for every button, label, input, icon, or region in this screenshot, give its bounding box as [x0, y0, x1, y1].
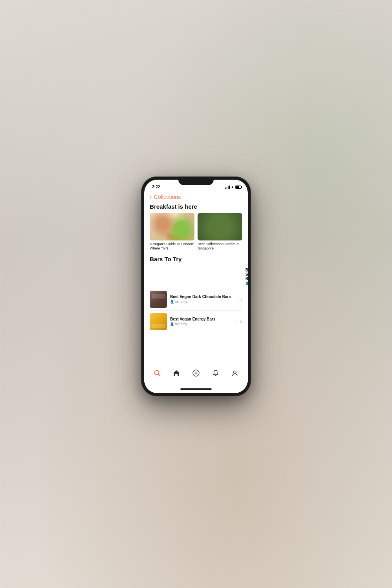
- list-title-energy-bars: Best Vegan Energy Bars: [170, 317, 233, 321]
- breakfast-section-title: Breakfast is here: [150, 203, 242, 210]
- header-title: Collections: [154, 194, 181, 200]
- list-info-energy-bars: Best Vegan Energy Bars 👤 miriamy: [170, 317, 233, 326]
- nav-home[interactable]: [169, 367, 183, 381]
- card-item-vegan-london[interactable]: A Vegan's Guide To London: Where To G...: [150, 213, 194, 251]
- home-bar: [180, 388, 212, 390]
- nav-search[interactable]: [150, 367, 164, 381]
- signal-icon: [225, 186, 230, 189]
- search-icon: [154, 370, 161, 379]
- status-icons: ▲: [225, 185, 241, 189]
- add-icon: [192, 370, 200, 379]
- app-content: Breakfast is here A Vegan's Guide To Lon…: [144, 202, 248, 365]
- back-button[interactable]: ‹: [150, 194, 152, 200]
- card-image-vegan-london: [150, 213, 194, 240]
- wifi-icon: ▲: [231, 185, 234, 189]
- person-icon-3: 👤: [170, 322, 174, 326]
- bars-section: Bars To Try Best Snack Bars 👤 dhwani: [144, 254, 248, 336]
- list-item-snack-bars[interactable]: Best Snack Bars 👤 dhwani ♡ 1: [150, 266, 242, 288]
- list-author-energy-bars: 👤 miriamy: [170, 322, 233, 326]
- heart-energy-bars: ♡ 0: [236, 319, 242, 324]
- heart-dark-choc: ♡ 1: [236, 297, 242, 301]
- card-label-coffeeshop: Best Coffeeshop Orders In Singapore: [198, 242, 242, 251]
- list-item-energy-bars[interactable]: Best Vegan Energy Bars 👤 miriamy ♡ 0: [150, 311, 242, 333]
- heart-icon-2: ♡: [236, 297, 240, 301]
- breakfast-card-grid: A Vegan's Guide To London: Where To G...…: [150, 213, 242, 251]
- list-author-dark-choc: 👤 miriamy: [170, 300, 233, 304]
- heart-icon-3: ♡: [236, 319, 240, 324]
- bell-icon: [212, 370, 219, 379]
- phone-notch: [178, 177, 214, 185]
- phone-screen: 2:22 ▲ ‹ Collections: [144, 180, 248, 393]
- list-title-dark-choc: Best Vegan Dark Chocolate Bars: [170, 295, 233, 299]
- bottom-nav: [144, 365, 248, 385]
- svg-line-1: [158, 374, 160, 376]
- svg-point-5: [234, 371, 236, 373]
- bars-section-title: Bars To Try: [150, 256, 242, 262]
- status-time: 2:22: [151, 185, 160, 189]
- card-item-coffeeshop[interactable]: Best Coffeeshop Orders In Singapore: [198, 213, 242, 251]
- person-icon: 👤: [245, 282, 248, 285]
- breakfast-section: Breakfast is here A Vegan's Guide To Lon…: [144, 202, 248, 254]
- card-label-vegan-london: A Vegan's Guide To London: Where To G...: [150, 242, 194, 251]
- thumb-dark-choc: [150, 291, 167, 308]
- home-indicator: [144, 385, 248, 393]
- app-header: ‹ Collections: [144, 191, 248, 202]
- list-info-dark-choc: Best Vegan Dark Chocolate Bars 👤 miriamy: [170, 295, 233, 304]
- home-icon: [173, 370, 180, 379]
- nav-notifications[interactable]: [209, 367, 223, 381]
- nav-profile[interactable]: [228, 367, 242, 381]
- person-icon-2: 👤: [170, 300, 174, 304]
- phone-device: 2:22 ▲ ‹ Collections: [141, 177, 251, 396]
- phone-wrapper: 2:22 ▲ ‹ Collections: [141, 177, 251, 396]
- thumb-energy-bars: [150, 313, 167, 330]
- profile-icon: [231, 370, 238, 379]
- nav-add[interactable]: [189, 367, 203, 381]
- card-image-coffeeshop: [198, 213, 242, 240]
- list-item-dark-choc[interactable]: Best Vegan Dark Chocolate Bars 👤 miriamy…: [150, 288, 242, 311]
- battery-icon: [235, 186, 241, 189]
